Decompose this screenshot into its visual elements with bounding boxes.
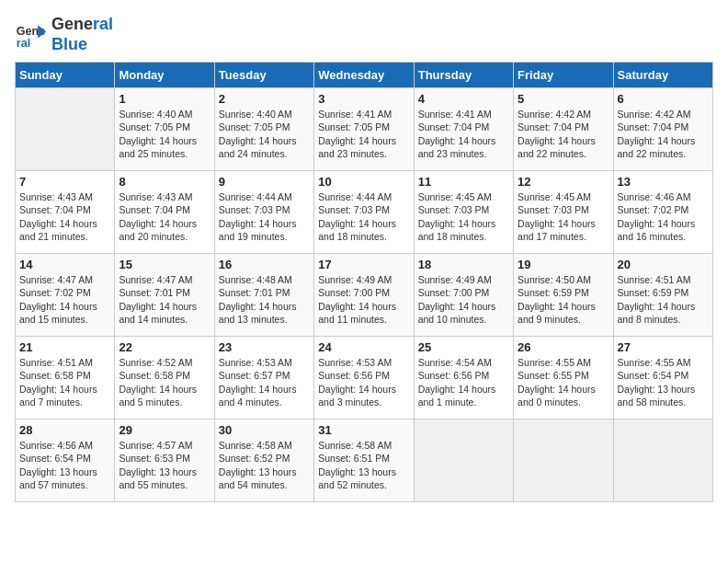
day-info: Sunrise: 4:43 AM Sunset: 7:04 PM Dayligh… [19, 190, 110, 243]
day-info: Sunrise: 4:45 AM Sunset: 7:03 PM Dayligh… [518, 190, 609, 243]
column-header-thursday: Thursday [414, 63, 513, 88]
day-info: Sunrise: 4:51 AM Sunset: 6:58 PM Dayligh… [19, 356, 110, 408]
calendar-cell: 22Sunrise: 4:52 AM Sunset: 6:58 PM Dayli… [115, 337, 214, 419]
day-number: 24 [318, 340, 409, 354]
column-header-saturday: Saturday [613, 63, 712, 88]
day-info: Sunrise: 4:52 AM Sunset: 6:58 PM Dayligh… [119, 356, 210, 408]
day-number: 28 [19, 423, 110, 437]
calendar-cell [514, 419, 613, 502]
calendar-cell: 14Sunrise: 4:47 AM Sunset: 7:02 PM Dayli… [16, 254, 115, 337]
logo: Gene ral General Blue [15, 15, 113, 54]
day-number: 27 [618, 340, 709, 354]
calendar-cell: 26Sunrise: 4:55 AM Sunset: 6:55 PM Dayli… [514, 337, 613, 419]
page-header: Gene ral General Blue [15, 15, 713, 54]
week-row-4: 21Sunrise: 4:51 AM Sunset: 6:58 PM Dayli… [16, 337, 713, 419]
column-header-wednesday: Wednesday [314, 63, 414, 88]
day-number: 4 [418, 92, 509, 106]
calendar-cell: 7Sunrise: 4:43 AM Sunset: 7:04 PM Daylig… [16, 171, 115, 254]
day-info: Sunrise: 4:43 AM Sunset: 7:04 PM Dayligh… [119, 190, 210, 243]
day-number: 8 [119, 175, 210, 189]
calendar-cell: 10Sunrise: 4:44 AM Sunset: 7:03 PM Dayli… [314, 171, 414, 254]
calendar-cell: 11Sunrise: 4:45 AM Sunset: 7:03 PM Dayli… [414, 171, 513, 254]
day-info: Sunrise: 4:51 AM Sunset: 6:59 PM Dayligh… [618, 273, 709, 326]
day-number: 29 [119, 423, 210, 437]
calendar-cell [414, 419, 513, 502]
calendar-cell: 3Sunrise: 4:41 AM Sunset: 7:05 PM Daylig… [314, 88, 414, 171]
calendar-cell: 24Sunrise: 4:53 AM Sunset: 6:56 PM Dayli… [314, 337, 414, 419]
calendar-header: SundayMondayTuesdayWednesdayThursdayFrid… [16, 63, 713, 88]
column-header-monday: Monday [115, 63, 214, 88]
calendar-cell: 5Sunrise: 4:42 AM Sunset: 7:04 PM Daylig… [514, 88, 613, 171]
day-info: Sunrise: 4:45 AM Sunset: 7:03 PM Dayligh… [418, 190, 509, 243]
day-info: Sunrise: 4:47 AM Sunset: 7:01 PM Dayligh… [119, 273, 210, 326]
day-number: 1 [119, 92, 210, 106]
calendar-cell [613, 419, 712, 502]
day-number: 18 [418, 258, 509, 271]
day-number: 3 [318, 92, 409, 106]
day-info: Sunrise: 4:46 AM Sunset: 7:02 PM Dayligh… [618, 190, 709, 243]
day-number: 31 [318, 423, 409, 437]
day-number: 2 [219, 92, 310, 106]
calendar-cell [16, 88, 115, 171]
header-row: SundayMondayTuesdayWednesdayThursdayFrid… [16, 63, 713, 88]
calendar-cell: 9Sunrise: 4:44 AM Sunset: 7:03 PM Daylig… [214, 171, 313, 254]
calendar-cell: 19Sunrise: 4:50 AM Sunset: 6:59 PM Dayli… [514, 254, 613, 337]
calendar-cell: 16Sunrise: 4:48 AM Sunset: 7:01 PM Dayli… [214, 254, 313, 337]
day-number: 22 [119, 340, 210, 354]
day-number: 20 [618, 258, 709, 271]
calendar-cell: 2Sunrise: 4:40 AM Sunset: 7:05 PM Daylig… [214, 88, 313, 171]
day-info: Sunrise: 4:50 AM Sunset: 6:59 PM Dayligh… [518, 273, 609, 326]
day-info: Sunrise: 4:53 AM Sunset: 6:57 PM Dayligh… [219, 356, 310, 408]
calendar-table: SundayMondayTuesdayWednesdayThursdayFrid… [15, 62, 713, 502]
day-info: Sunrise: 4:56 AM Sunset: 6:54 PM Dayligh… [19, 439, 110, 491]
day-number: 5 [518, 92, 609, 106]
day-number: 23 [219, 340, 310, 354]
day-number: 14 [19, 258, 110, 271]
day-info: Sunrise: 4:44 AM Sunset: 7:03 PM Dayligh… [318, 190, 409, 243]
day-info: Sunrise: 4:58 AM Sunset: 6:51 PM Dayligh… [318, 439, 409, 491]
logo-icon: Gene ral [15, 18, 48, 52]
calendar-cell: 30Sunrise: 4:58 AM Sunset: 6:52 PM Dayli… [214, 419, 313, 502]
calendar-cell: 4Sunrise: 4:41 AM Sunset: 7:04 PM Daylig… [414, 88, 513, 171]
day-number: 12 [518, 175, 609, 189]
day-info: Sunrise: 4:44 AM Sunset: 7:03 PM Dayligh… [219, 190, 310, 243]
day-number: 19 [518, 258, 609, 271]
calendar-cell: 21Sunrise: 4:51 AM Sunset: 6:58 PM Dayli… [16, 337, 115, 419]
calendar-cell: 8Sunrise: 4:43 AM Sunset: 7:04 PM Daylig… [115, 171, 214, 254]
day-info: Sunrise: 4:41 AM Sunset: 7:05 PM Dayligh… [318, 108, 409, 160]
day-number: 26 [518, 340, 609, 354]
day-number: 21 [19, 340, 110, 354]
day-number: 9 [219, 175, 310, 189]
column-header-sunday: Sunday [16, 63, 115, 88]
day-info: Sunrise: 4:49 AM Sunset: 7:00 PM Dayligh… [418, 273, 509, 326]
calendar-cell: 12Sunrise: 4:45 AM Sunset: 7:03 PM Dayli… [514, 171, 613, 254]
day-info: Sunrise: 4:42 AM Sunset: 7:04 PM Dayligh… [518, 108, 609, 160]
svg-text:ral: ral [17, 36, 30, 49]
calendar-cell: 25Sunrise: 4:54 AM Sunset: 6:56 PM Dayli… [414, 337, 513, 419]
column-header-tuesday: Tuesday [214, 63, 313, 88]
day-number: 16 [219, 258, 310, 271]
calendar-cell: 29Sunrise: 4:57 AM Sunset: 6:53 PM Dayli… [115, 419, 214, 502]
day-info: Sunrise: 4:40 AM Sunset: 7:05 PM Dayligh… [219, 108, 310, 160]
calendar-body: 1Sunrise: 4:40 AM Sunset: 7:05 PM Daylig… [16, 88, 713, 502]
column-header-friday: Friday [514, 63, 613, 88]
day-info: Sunrise: 4:41 AM Sunset: 7:04 PM Dayligh… [418, 108, 509, 160]
day-number: 6 [618, 92, 709, 106]
day-number: 7 [19, 175, 110, 189]
day-info: Sunrise: 4:55 AM Sunset: 6:54 PM Dayligh… [618, 356, 709, 408]
calendar-cell: 28Sunrise: 4:56 AM Sunset: 6:54 PM Dayli… [16, 419, 115, 502]
calendar-cell: 20Sunrise: 4:51 AM Sunset: 6:59 PM Dayli… [613, 254, 712, 337]
day-number: 13 [618, 175, 709, 189]
day-number: 30 [219, 423, 310, 437]
week-row-3: 14Sunrise: 4:47 AM Sunset: 7:02 PM Dayli… [16, 254, 713, 337]
day-info: Sunrise: 4:47 AM Sunset: 7:02 PM Dayligh… [19, 273, 110, 326]
calendar-cell: 15Sunrise: 4:47 AM Sunset: 7:01 PM Dayli… [115, 254, 214, 337]
day-info: Sunrise: 4:58 AM Sunset: 6:52 PM Dayligh… [219, 439, 310, 491]
calendar-cell: 13Sunrise: 4:46 AM Sunset: 7:02 PM Dayli… [613, 171, 712, 254]
week-row-2: 7Sunrise: 4:43 AM Sunset: 7:04 PM Daylig… [16, 171, 713, 254]
day-number: 11 [418, 175, 509, 189]
calendar-cell: 23Sunrise: 4:53 AM Sunset: 6:57 PM Dayli… [214, 337, 313, 419]
day-number: 17 [318, 258, 409, 271]
calendar-cell: 17Sunrise: 4:49 AM Sunset: 7:00 PM Dayli… [314, 254, 414, 337]
day-info: Sunrise: 4:42 AM Sunset: 7:04 PM Dayligh… [618, 108, 709, 160]
